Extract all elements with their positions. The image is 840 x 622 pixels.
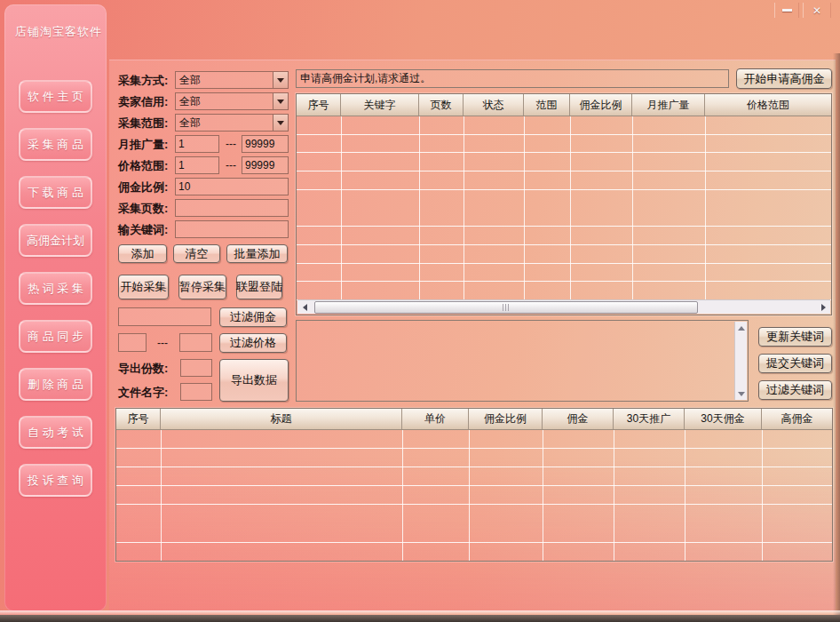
- column-header[interactable]: 佣金比例: [469, 409, 543, 429]
- column-header[interactable]: 月推广量: [632, 94, 705, 116]
- filter-price-to-input[interactable]: [179, 333, 212, 352]
- collect-pages-input[interactable]: [175, 199, 289, 217]
- main-panel: 采集方式: 全部 卖家信用: 全部 采集范围: 全部 月推广量: --- 价格范…: [109, 60, 836, 611]
- column-header[interactable]: 状态: [464, 94, 524, 116]
- horizontal-scrollbar[interactable]: [297, 299, 830, 314]
- filter-keywords-button[interactable]: 过滤关键词: [758, 380, 832, 400]
- sidebar-item-delete-goods[interactable]: 删 除 商 品: [19, 368, 92, 401]
- dropdown-arrow-icon[interactable]: [273, 115, 288, 131]
- add-button[interactable]: 添加: [118, 244, 167, 263]
- column-header[interactable]: 序号: [116, 409, 161, 429]
- alliance-login-button[interactable]: 联盟登陆: [236, 275, 282, 299]
- window-bottom-edge: [0, 615, 840, 622]
- sidebar-item-label: 软 件 主 页: [28, 89, 83, 105]
- minimize-button[interactable]: [774, 3, 799, 18]
- seller-credit-select[interactable]: 全部: [175, 92, 289, 110]
- plan-message-text: 申请高佣金计划,请求通过。: [300, 71, 431, 86]
- scroll-down-button[interactable]: [735, 387, 748, 400]
- sidebar-item-high-commission[interactable]: 高佣金计划: [19, 224, 92, 257]
- seller-credit-value: 全部: [176, 93, 273, 109]
- filter-price-button[interactable]: 过滤价格: [219, 333, 287, 353]
- price-range-to-input[interactable]: [242, 156, 289, 174]
- table-gridlines: [116, 430, 832, 561]
- price-range-from-input[interactable]: [175, 156, 219, 174]
- sidebar-item-collect-goods[interactable]: 采 集 商 品: [19, 128, 92, 161]
- range-separator: ---: [222, 135, 240, 153]
- collect-scope-select[interactable]: 全部: [175, 114, 289, 132]
- column-header[interactable]: 页数: [419, 94, 464, 116]
- submit-keywords-button[interactable]: 提交关键词: [758, 354, 832, 373]
- keyword-table: 序号 关键字 页数 状态 范围 佣金比例 月推广量 价格范围: [296, 93, 832, 315]
- column-header[interactable]: 单价: [402, 409, 469, 429]
- scrollbar-grip-icon: [503, 304, 511, 311]
- start-collect-button[interactable]: 开始采集: [118, 275, 169, 299]
- column-header[interactable]: 标题: [161, 409, 402, 429]
- sidebar-item-label: 高佣金计划: [27, 233, 84, 249]
- monthly-promo-to-input[interactable]: [242, 135, 289, 153]
- column-header[interactable]: 序号: [297, 94, 341, 116]
- filter-commission-button[interactable]: 过滤佣金: [219, 307, 287, 327]
- commission-ratio-input[interactable]: [175, 178, 289, 195]
- sidebar-item-label: 热 词 采 集: [28, 281, 83, 297]
- filter-commission-input[interactable]: [118, 307, 211, 326]
- filter-price-from-input[interactable]: [118, 333, 147, 352]
- sidebar-item-label: 自 动 考 试: [28, 425, 83, 441]
- dropdown-arrow-icon[interactable]: [273, 72, 288, 88]
- scroll-left-button[interactable]: [297, 300, 312, 315]
- vertical-scrollbar[interactable]: [734, 322, 747, 400]
- clear-button[interactable]: 清空: [173, 244, 220, 263]
- column-header[interactable]: 高佣金: [762, 409, 832, 429]
- collect-method-value: 全部: [176, 72, 273, 88]
- update-keywords-button[interactable]: 更新关键词: [758, 327, 832, 347]
- input-keyword-input[interactable]: [175, 220, 289, 238]
- column-header[interactable]: 佣金: [543, 409, 614, 429]
- range-separator: ---: [150, 333, 175, 352]
- column-header[interactable]: 30天佣金: [685, 409, 762, 429]
- export-copies-input[interactable]: [180, 359, 212, 377]
- keyword-table-body: [297, 116, 831, 300]
- scroll-left-icon: [303, 304, 307, 311]
- close-icon: ✕: [812, 4, 821, 17]
- column-header[interactable]: 关键字: [341, 94, 419, 116]
- sidebar-item-software-home[interactable]: 软 件 主 页: [19, 80, 92, 113]
- scrollbar-thumb[interactable]: [314, 301, 698, 314]
- monthly-promo-label: 月推广量:: [118, 137, 168, 153]
- collect-scope-label: 采集范围:: [118, 116, 168, 132]
- monthly-promo-from-input[interactable]: [175, 135, 219, 153]
- product-table: 序号 标题 单价 佣金比例 佣金 30天推广 30天佣金 高佣金: [115, 408, 833, 562]
- export-data-button[interactable]: 导出数据: [219, 359, 289, 402]
- range-separator: ---: [222, 156, 240, 174]
- minimize-icon: [782, 9, 792, 12]
- keyword-table-header: 序号 关键字 页数 状态 范围 佣金比例 月推广量 价格范围: [297, 94, 831, 116]
- collect-method-select[interactable]: 全部: [175, 71, 289, 89]
- column-header[interactable]: 30天推广: [614, 409, 685, 429]
- apply-high-commission-button[interactable]: 开始申请高佣金: [736, 68, 832, 89]
- collect-scope-value: 全部: [176, 115, 273, 131]
- scroll-right-button[interactable]: [816, 300, 830, 315]
- sidebar-item-complaint-query[interactable]: 投 诉 查 询: [19, 464, 92, 497]
- input-keyword-label: 输关键词:: [118, 222, 168, 238]
- keyword-log-textarea[interactable]: [296, 320, 749, 402]
- column-header[interactable]: 范围: [524, 94, 570, 116]
- dropdown-arrow-icon[interactable]: [273, 93, 288, 109]
- scroll-up-button[interactable]: [735, 322, 748, 334]
- app-title: 店铺淘宝客软件: [15, 24, 102, 40]
- sidebar-item-goods-sync[interactable]: 商 品 同 步: [19, 320, 92, 353]
- sidebar-item-label: 下 载 商 品: [28, 185, 83, 201]
- plan-message-box[interactable]: 申请高佣金计划,请求通过。: [296, 69, 729, 88]
- collect-pages-label: 采集页数:: [118, 201, 168, 217]
- table-gridlines: [297, 116, 831, 300]
- sidebar-item-label: 采 集 商 品: [28, 137, 83, 153]
- sidebar-item-download-goods[interactable]: 下 载 商 品: [19, 176, 92, 209]
- file-name-input[interactable]: [180, 383, 212, 401]
- collect-method-label: 采集方式:: [118, 73, 168, 89]
- sidebar-item-auto-exam[interactable]: 自 动 考 试: [19, 416, 92, 449]
- file-name-label: 文件名字:: [118, 385, 168, 401]
- batch-add-button[interactable]: 批量添加: [226, 244, 288, 263]
- column-header[interactable]: 价格范围: [705, 94, 831, 116]
- pause-collect-button[interactable]: 暂停采集: [178, 275, 226, 299]
- scroll-right-icon: [821, 304, 826, 311]
- sidebar-item-hot-words[interactable]: 热 词 采 集: [19, 272, 92, 305]
- column-header[interactable]: 佣金比例: [570, 94, 632, 116]
- close-button[interactable]: ✕: [803, 3, 831, 18]
